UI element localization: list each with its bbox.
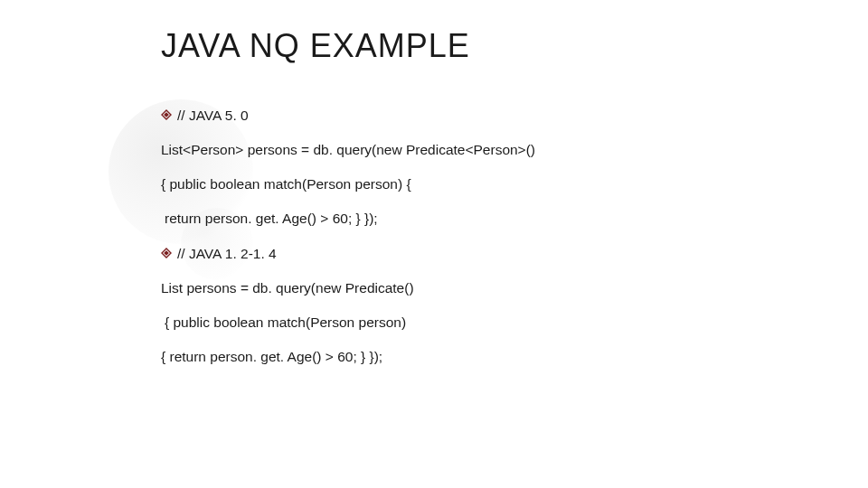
code-line: // JAVA 1. 2-1. 4 bbox=[161, 245, 794, 263]
code-line: { public boolean match(Person person) bbox=[161, 314, 794, 332]
svg-marker-1 bbox=[164, 112, 169, 117]
code-text: { public boolean match(Person person) { bbox=[161, 175, 794, 193]
code-text: return person. get. Age() > 60; } }); bbox=[165, 210, 794, 228]
code-text: // JAVA 1. 2-1. 4 bbox=[177, 245, 794, 263]
diamond-bullet-icon bbox=[161, 109, 172, 120]
svg-marker-3 bbox=[164, 250, 169, 256]
code-text: // JAVA 5. 0 bbox=[177, 107, 794, 125]
code-line: { public boolean match(Person person) { bbox=[161, 175, 794, 193]
code-text: { return person. get. Age() > 60; } }); bbox=[161, 348, 794, 366]
slide-content: JAVA NQ EXAMPLE // JAVA 5. 0List<Person>… bbox=[161, 27, 794, 382]
diamond-bullet-icon bbox=[161, 248, 172, 258]
code-line: List persons = db. query(new Predicate() bbox=[161, 279, 794, 297]
code-line: // JAVA 5. 0 bbox=[161, 107, 794, 125]
slide-title: JAVA NQ EXAMPLE bbox=[161, 27, 794, 65]
code-lines: // JAVA 5. 0List<Person> persons = db. q… bbox=[161, 107, 794, 366]
code-line: List<Person> persons = db. query(new Pre… bbox=[161, 141, 794, 159]
code-text: { public boolean match(Person person) bbox=[165, 314, 794, 332]
code-text: List persons = db. query(new Predicate() bbox=[161, 279, 794, 297]
code-line: return person. get. Age() > 60; } }); bbox=[161, 210, 794, 228]
code-line: { return person. get. Age() > 60; } }); bbox=[161, 348, 794, 366]
code-text: List<Person> persons = db. query(new Pre… bbox=[161, 141, 794, 159]
